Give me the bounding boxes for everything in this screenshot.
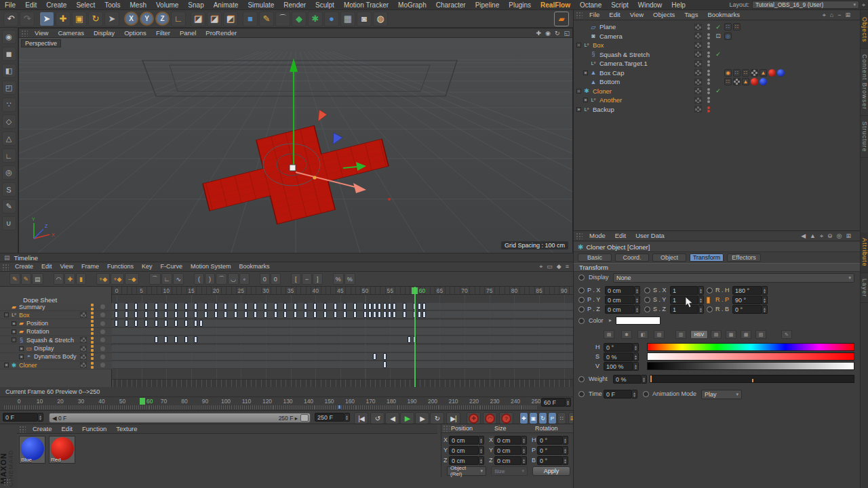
side-tab-attribute[interactable]: Attribute — [861, 232, 868, 273]
options-button[interactable]: ▧ — [755, 330, 766, 339]
next-frame-button[interactable]: ▶ — [415, 412, 429, 424]
attribute-grip[interactable] — [576, 232, 583, 239]
hsv-field[interactable]: 100 % — [604, 362, 633, 371]
param-field[interactable]: 1 — [670, 296, 698, 304]
om-menu-edit[interactable]: Edit — [604, 10, 625, 20]
key-move-tool[interactable]: ✎ — [21, 273, 32, 285]
render-dot[interactable] — [707, 27, 710, 30]
swatch-button[interactable]: ▦ — [741, 330, 751, 339]
ease-ease-button[interactable]: ⌒ — [216, 273, 227, 285]
visibility-dots[interactable] — [707, 69, 711, 77]
param-field[interactable]: 0 cm — [605, 296, 635, 304]
expand-icon[interactable]: + — [12, 321, 16, 326]
keyframe[interactable] — [403, 303, 406, 310]
menu-sculpt[interactable]: Sculpt — [311, 0, 339, 10]
play-button[interactable]: ▶ — [400, 412, 414, 424]
mix-button[interactable]: ▩ — [726, 330, 736, 339]
render-dot[interactable] — [707, 100, 710, 103]
marker-tool[interactable]: ▮ — [76, 273, 86, 285]
render-dot[interactable] — [707, 82, 710, 85]
track-solo-dots[interactable] — [91, 353, 94, 360]
track-solo-dots[interactable] — [91, 304, 94, 310]
zero-angle-button[interactable]: 0 — [260, 273, 270, 285]
coord-size-dropdown[interactable]: Size▾ — [491, 466, 528, 476]
coord-field[interactable]: 0 cm — [449, 446, 479, 455]
render-dot[interactable] — [707, 64, 710, 66]
keyframe[interactable] — [274, 303, 277, 310]
layer-color-chip[interactable] — [694, 69, 702, 76]
collapse-icon[interactable]: - — [576, 89, 581, 94]
dope-track-row[interactable]: +✱Cloner — [0, 361, 112, 369]
keyframe[interactable] — [422, 311, 426, 318]
tl-menu-key[interactable]: Key — [138, 262, 157, 271]
delete-key-button[interactable]: −◆ — [125, 273, 138, 285]
goto-end-button[interactable]: ▶| — [446, 412, 460, 424]
om-menu-view[interactable]: View — [625, 10, 648, 20]
keyframe[interactable] — [194, 303, 197, 310]
keyframe[interactable] — [224, 311, 227, 318]
current-frame-field[interactable]: 60 F — [541, 398, 566, 407]
back-icon[interactable]: ◀ — [801, 232, 806, 240]
keyframe[interactable] — [283, 303, 287, 310]
menu-file[interactable]: File — [0, 0, 20, 10]
layer-color-chip[interactable] — [694, 60, 702, 67]
subdivision-surface-icon[interactable]: ◆ — [292, 12, 307, 26]
keyframe[interactable] — [353, 303, 357, 310]
keyframe[interactable] — [144, 320, 148, 327]
object-row[interactable]: ▱Plane✓∷∷ — [574, 22, 861, 31]
track-solo-dots[interactable] — [91, 362, 94, 369]
param-key-circle[interactable] — [578, 306, 585, 312]
color-swatch[interactable] — [616, 317, 660, 325]
layout-icon[interactable]: ⊞ — [845, 12, 850, 19]
keyframe[interactable] — [184, 311, 188, 318]
axis-mode-icon[interactable]: ∟ — [2, 148, 16, 163]
options-icon[interactable]: ≡ — [566, 263, 569, 270]
clamp-right-button[interactable]: ] — [313, 273, 323, 285]
track-layer-chip[interactable] — [80, 337, 87, 343]
solo-mode-icon[interactable]: ◎ — [2, 165, 16, 180]
keyframe[interactable] — [294, 303, 297, 310]
frame-field[interactable]: 0 F — [3, 413, 38, 422]
keyframe[interactable] — [422, 303, 426, 310]
keyframe[interactable] — [164, 320, 167, 327]
add-key-button[interactable]: +◆ — [96, 273, 110, 285]
attribute-tab-transform[interactable]: Transform — [690, 253, 724, 262]
layer-color-chip[interactable] — [694, 97, 702, 104]
menu-realflow[interactable]: RealFlow — [536, 0, 575, 10]
menu-help[interactable]: Help — [667, 0, 690, 10]
visibility-dots[interactable] — [707, 60, 711, 67]
keyframe[interactable] — [174, 303, 178, 310]
ease-out-button[interactable]: ) — [205, 273, 215, 285]
dope-track-row[interactable]: ▰Summary — [0, 303, 112, 311]
param-field[interactable]: 0 cm — [605, 286, 635, 295]
object-row[interactable]: -LºBox — [574, 41, 861, 49]
coord-field[interactable]: 0 cm — [494, 456, 521, 465]
editor-dot[interactable] — [707, 106, 710, 109]
keyframe[interactable] — [164, 303, 167, 310]
range-slider[interactable]: ◀ 0 F250 F ▸ — [49, 413, 311, 423]
editor-dot[interactable] — [707, 60, 710, 63]
mat-menu-create[interactable]: Create — [28, 424, 57, 433]
rgb-button[interactable]: ▥ — [675, 330, 686, 339]
menu-plugins[interactable]: Plugins — [504, 0, 536, 10]
collapse-icon[interactable]: - — [576, 43, 581, 47]
keyframe[interactable] — [155, 311, 158, 318]
keyframe[interactable] — [403, 311, 406, 318]
weight-slider-handle[interactable] — [650, 375, 652, 382]
layer-color-chip[interactable] — [694, 87, 702, 94]
render-dot[interactable] — [707, 73, 710, 76]
object-manager-grip[interactable] — [576, 12, 583, 18]
viewport-menu-cameras[interactable]: Cameras — [53, 28, 89, 38]
target-icon[interactable]: ◎ — [837, 232, 842, 240]
track-solo-dots[interactable] — [91, 328, 94, 335]
keyframe[interactable] — [294, 311, 297, 318]
display-dropdown[interactable]: None▾ — [613, 273, 854, 283]
keyframe[interactable] — [343, 303, 347, 310]
compact-mode-button[interactable]: ▤ — [604, 330, 614, 339]
keyframe[interactable] — [304, 311, 307, 318]
mat-blue-tag[interactable] — [777, 69, 785, 77]
keyframe[interactable] — [363, 311, 367, 318]
track-mute-dot[interactable] — [100, 321, 105, 326]
tl-menu-motion-system[interactable]: Motion System — [186, 262, 235, 271]
ripple-tool[interactable]: ✚ — [64, 273, 75, 285]
